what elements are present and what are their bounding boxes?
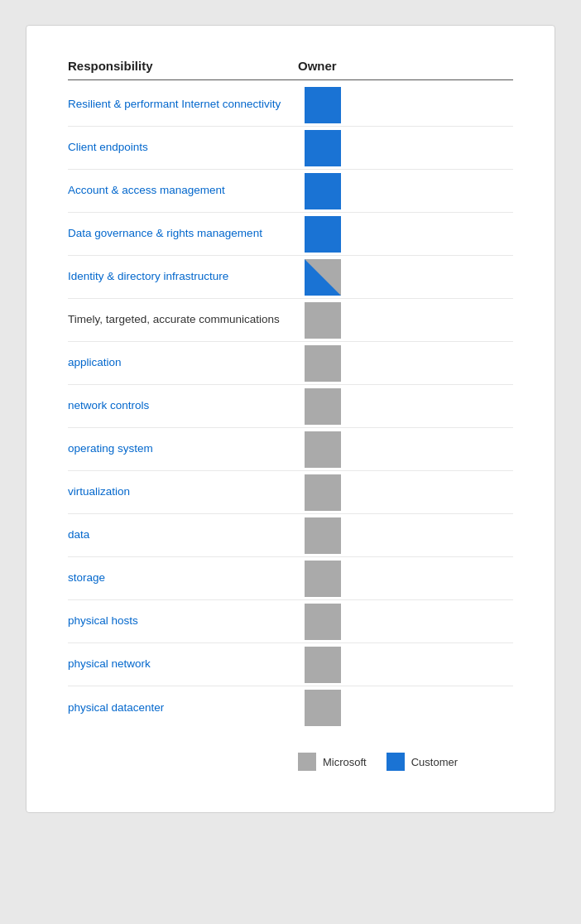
- owner-box-physical-hosts: [305, 604, 341, 640]
- row-label-physical-datacenter: physical datacenter: [68, 694, 291, 723]
- owner-cell-data: [298, 517, 348, 554]
- legend: Microsoft Customer: [298, 753, 513, 771]
- owner-header: Owner: [298, 59, 337, 73]
- table-row: physical hosts: [68, 600, 513, 643]
- owner-box-resilient-internet: [305, 87, 341, 123]
- row-label-account-access: Account & access management: [68, 176, 291, 205]
- table-row: storage: [68, 557, 513, 600]
- owner-cell-network-controls: [298, 388, 348, 425]
- table-body: Resilient & performant Internet connecti…: [68, 84, 513, 729]
- owner-box-data-governance: [305, 216, 341, 253]
- main-card: Responsibility Owner Resilient & perform…: [26, 25, 555, 813]
- owner-cell-virtualization: [298, 474, 348, 511]
- owner-box-operating-system: [305, 431, 341, 468]
- microsoft-legend-item: Microsoft: [298, 753, 367, 771]
- table-row: Account & access management: [68, 170, 513, 213]
- table-row: operating system: [68, 428, 513, 471]
- owner-box-data: [305, 517, 341, 554]
- owner-box-application: [305, 345, 341, 382]
- owner-box-physical-datacenter: [305, 690, 341, 726]
- responsibility-header: Responsibility: [68, 59, 291, 73]
- owner-box-timely-communications: [305, 302, 341, 339]
- owner-cell-physical-network: [298, 647, 348, 683]
- row-label-storage: storage: [68, 564, 291, 593]
- row-label-operating-system: operating system: [68, 435, 291, 464]
- row-label-identity-directory: Identity & directory infrastructure: [68, 262, 291, 291]
- owner-cell-application: [298, 345, 348, 382]
- row-label-physical-hosts: physical hosts: [68, 607, 291, 636]
- owner-cell-identity-directory: [298, 259, 348, 296]
- table-row: data: [68, 514, 513, 557]
- owner-cell-resilient-internet: [298, 87, 348, 123]
- row-label-timely-communications: Timely, targeted, accurate communication…: [68, 306, 291, 334]
- row-label-data-governance: Data governance & rights management: [68, 219, 291, 248]
- owner-cell-physical-hosts: [298, 604, 348, 640]
- table-row: Timely, targeted, accurate communication…: [68, 299, 513, 342]
- table-row: network controls: [68, 385, 513, 428]
- table-row: Client endpoints: [68, 127, 513, 170]
- owner-box-physical-network: [305, 647, 341, 683]
- table-row: Identity & directory infrastructure: [68, 256, 513, 299]
- customer-legend-label: Customer: [411, 756, 458, 768]
- row-label-application: application: [68, 349, 291, 378]
- row-label-client-endpoints: Client endpoints: [68, 133, 291, 162]
- microsoft-legend-box: [298, 753, 316, 771]
- row-label-resilient-internet: Resilient & performant Internet connecti…: [68, 90, 291, 119]
- owner-cell-storage: [298, 561, 348, 597]
- owner-box-account-access: [305, 173, 341, 209]
- owner-cell-physical-datacenter: [298, 690, 348, 726]
- owner-cell-operating-system: [298, 431, 348, 468]
- owner-cell-timely-communications: [298, 302, 348, 339]
- table-row: physical network: [68, 643, 513, 686]
- owner-box-identity-directory: [305, 259, 341, 296]
- row-label-data: data: [68, 521, 291, 550]
- table-row: virtualization: [68, 471, 513, 514]
- table-row: Data governance & rights management: [68, 213, 513, 256]
- row-label-physical-network: physical network: [68, 650, 291, 679]
- table-row: physical datacenter: [68, 686, 513, 729]
- owner-cell-client-endpoints: [298, 130, 348, 166]
- owner-box-network-controls: [305, 388, 341, 425]
- customer-legend-box: [387, 753, 405, 771]
- table-row: application: [68, 342, 513, 385]
- owner-cell-account-access: [298, 173, 348, 209]
- row-label-virtualization: virtualization: [68, 478, 291, 507]
- microsoft-legend-label: Microsoft: [323, 756, 367, 768]
- owner-box-virtualization: [305, 474, 341, 511]
- owner-box-client-endpoints: [305, 130, 341, 166]
- row-label-network-controls: network controls: [68, 392, 291, 421]
- owner-box-storage: [305, 561, 341, 597]
- table-row: Resilient & performant Internet connecti…: [68, 84, 513, 127]
- customer-legend-item: Customer: [387, 753, 458, 771]
- table-header: Responsibility Owner: [68, 59, 513, 80]
- owner-cell-data-governance: [298, 216, 348, 253]
